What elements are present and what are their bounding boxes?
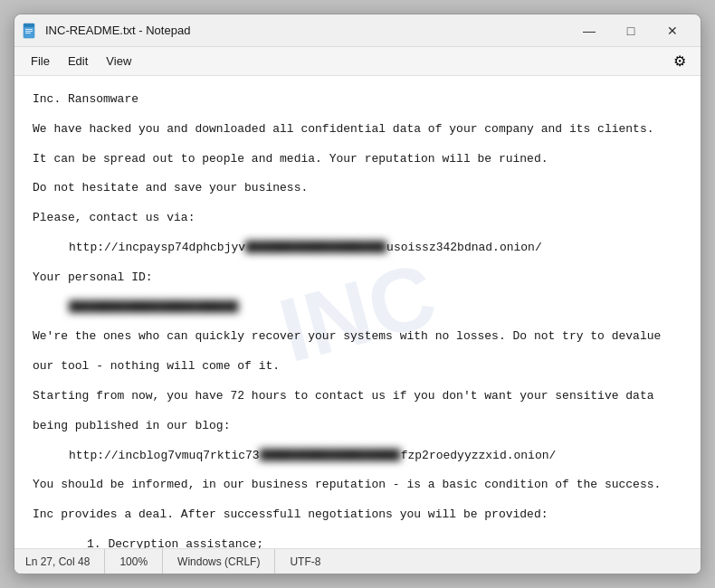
title-bar: INC-README.txt - Notepad — □ ✕ — [14, 14, 701, 47]
settings-icon[interactable]: ⚙ — [666, 49, 693, 73]
reputation-line: You should be informed, in our business … — [33, 476, 682, 495]
window-controls: — □ ✕ — [568, 14, 693, 47]
para1-line3: Do not hesitate and save your business. — [33, 179, 682, 198]
deal-line: Inc provides a deal. After successfull n… — [33, 506, 682, 525]
url1-start: http://incpaysp74dphcbjyv — [69, 241, 245, 254]
window-title: INC-README.txt - Notepad — [45, 24, 568, 37]
svg-rect-4 — [25, 33, 31, 33]
editor-content: Inc. Ransomware We have hacked you and d… — [33, 90, 682, 548]
para3-line2: our tool - nothing will come of it. — [33, 357, 682, 376]
maximize-button[interactable]: □ — [610, 14, 652, 47]
menu-view[interactable]: View — [97, 51, 140, 71]
cursor-position: Ln 27, Col 48 — [25, 549, 105, 574]
menu-edit[interactable]: Edit — [59, 51, 97, 71]
personal-id-label: Your personal ID: — [33, 269, 682, 288]
para3-line1: We're the ones who can quickly recover y… — [33, 327, 682, 346]
status-bar: Ln 27, Col 48 100% Windows (CRLF) UTF-8 — [14, 548, 701, 574]
line-ending: Windows (CRLF) — [163, 549, 275, 574]
svg-rect-2 — [25, 29, 33, 30]
menu-bar: File Edit View ⚙ — [14, 47, 701, 76]
para1-line2: It can be spread out to people and media… — [33, 150, 682, 169]
para4-line2: being published in our blog: — [33, 417, 682, 436]
contact-label: Please, contact us via: — [33, 209, 682, 228]
url1: http://incpaysp74dphcbjyv███████████████… — [69, 239, 682, 258]
encoding: UTF-8 — [275, 549, 335, 574]
svg-rect-3 — [25, 31, 33, 32]
url1-end: usoissz342bdnad.onion/ — [386, 241, 542, 254]
list-item-1: 1. Decryption assistance; — [87, 536, 682, 548]
svg-rect-1 — [24, 24, 34, 27]
app-icon — [22, 23, 38, 39]
url1-redacted: ████████████████████ — [245, 241, 386, 254]
para4-line1: Starting from now, you have 72 hours to … — [33, 387, 682, 406]
url2-redacted: ████████████████████ — [260, 449, 401, 462]
url2-end: fzp2roedyyzzxid.onion/ — [401, 449, 557, 462]
url2: http://incblog7vmuq7rktic73█████████████… — [69, 447, 682, 466]
editor-area[interactable]: INC Inc. Ransomware We have hacked you a… — [14, 76, 701, 548]
close-button[interactable]: ✕ — [652, 14, 693, 47]
personal-id-value: ████████████████████████ — [69, 299, 682, 318]
menu-file[interactable]: File — [22, 51, 59, 71]
notepad-window: INC-README.txt - Notepad — □ ✕ File Edit… — [14, 14, 701, 574]
minimize-button[interactable]: — — [568, 14, 610, 47]
para1-line1: We have hacked you and downloaded all co… — [33, 120, 682, 139]
url2-start: http://incblog7vmuq7rktic73 — [69, 449, 260, 462]
heading-line: Inc. Ransomware — [33, 90, 682, 109]
zoom-level: 100% — [105, 549, 163, 574]
